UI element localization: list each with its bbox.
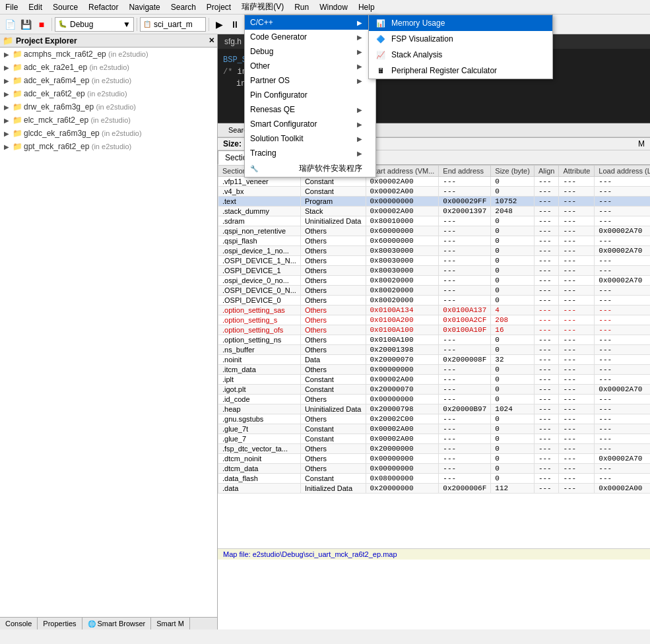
data-table-container[interactable]: Section Group Start address (VM... End a… (218, 165, 650, 548)
menu-window[interactable]: Window (314, 1, 353, 13)
table-cell: --- (439, 375, 491, 385)
stack-analysis-label: Stack Analysis (391, 50, 442, 59)
submenu-memory-usage[interactable]: 📊 Memory Usage (369, 15, 552, 31)
table-row[interactable]: .noinitData0x200000700x2000008F32-------… (218, 355, 651, 365)
table-row[interactable]: .ospi_device_0_no...Others0x80020000---0… (218, 276, 651, 286)
menu-source[interactable]: Source (48, 1, 83, 13)
menu-item-partner-os[interactable]: Partner OS ▶ (245, 73, 375, 88)
table-cell: --- (439, 187, 491, 197)
menu-help[interactable]: Help (353, 1, 380, 13)
table-row[interactable]: .qspi_non_retentiveOthers0x60000000---0-… (218, 226, 651, 236)
tab-smart-browser[interactable]: 🌐Smart Browser (82, 618, 152, 629)
tab-console[interactable]: Console (0, 618, 38, 629)
tree-item-4[interactable]: ▶ 📁 drw_ek_ra6m3g_ep (in e2studio) (0, 100, 217, 113)
tree-item-3[interactable]: ▶ 📁 adc_ek_ra6t2_ep (in e2studio) (0, 87, 217, 100)
file-dropdown[interactable]: 📋 sci_uart_m (140, 17, 206, 32)
table-cell: --- (439, 414, 491, 424)
menu-renesas[interactable]: 瑞萨视图(V) (236, 0, 289, 14)
menu-item-install[interactable]: 🔧 瑞萨软件安装程序 (245, 160, 375, 177)
submenu-stack-analysis[interactable]: 📈 Stack Analysis (369, 47, 552, 63)
debug-dropdown[interactable]: 🐛 Debug ▼ (55, 17, 134, 32)
table-row[interactable]: .textProgram0x000000000x000029FF10752---… (218, 197, 651, 207)
table-row[interactable]: .vfp11_veneerConstant0x00002A00---0-----… (218, 177, 651, 187)
submenu-fsp-viz[interactable]: 🔷 FSP Visualization (369, 31, 552, 47)
col-load[interactable]: Load address (LM... (595, 166, 650, 177)
col-align[interactable]: Align (534, 166, 558, 177)
table-row[interactable]: .option_setting_sOthers0x0100A2000x0100A… (218, 315, 651, 325)
table-cell: Others (300, 444, 366, 454)
table-row[interactable]: .gnu.sgstubsOthers0x20002C00---0--------… (218, 414, 651, 424)
table-row[interactable]: .glue_7tConstant0x00002A00---0--------- (218, 424, 651, 434)
tree-item-2[interactable]: ▶ 📁 adc_ek_ra6m4_ep (in e2studio) (0, 74, 217, 87)
table-cell: 0x00000000 (366, 454, 439, 464)
menu-item-debug[interactable]: Debug ▶ (245, 44, 375, 59)
table-row[interactable]: .OSPI_DEVICE_0_N...Others0x80020000---0-… (218, 286, 651, 296)
menu-item-other[interactable]: Other ▶ (245, 59, 375, 73)
table-row[interactable]: .ipltConstant0x00002A00---0--------- (218, 375, 651, 385)
panel-close-btn[interactable]: ✕ (209, 36, 214, 45)
table-row[interactable]: .dataInitialized Data0x200000000x2000006… (218, 484, 651, 494)
table-row[interactable]: .sdramUninitialized Data0x80010000---0--… (218, 216, 651, 226)
table-cell: Others (300, 464, 366, 474)
save-button[interactable]: 💾 (18, 17, 33, 32)
table-row[interactable]: .dtcm_noinitOthers0x00000000---0------0x… (218, 454, 651, 464)
table-row[interactable]: .glue_7Constant0x00002A00---0--------- (218, 434, 651, 444)
tab-smart-m[interactable]: Smart M (151, 618, 190, 629)
table-row[interactable]: .OSPI_DEVICE_1Others0x80030000---0------… (218, 266, 651, 276)
table-row[interactable]: .OSPI_DEVICE_1_N...Others0x80030000---0-… (218, 256, 651, 266)
menu-navigate[interactable]: Navigate (123, 1, 165, 13)
col-end[interactable]: End address (439, 166, 491, 177)
table-cell: .dtcm_noinit (218, 454, 301, 464)
table-row[interactable]: .v4_bxConstant0x00002A00---0--------- (218, 187, 651, 197)
tree-item-0[interactable]: ▶ 📁 acmphs_mck_ra6t2_ep (in e2studio) (0, 48, 217, 61)
tab-properties[interactable]: Properties (38, 618, 82, 629)
stop-button[interactable]: ■ (34, 17, 49, 32)
menu-refactor[interactable]: Refactor (83, 1, 123, 13)
table-row[interactable]: .igot.pltConstant0x20000070---0------0x0… (218, 385, 651, 395)
debug-arrow: ▶ (357, 48, 362, 55)
separator2 (137, 18, 137, 31)
tree-label: gpt_mck_ra6t2_ep (in e2studio) (24, 142, 131, 151)
table-cell: --- (534, 464, 558, 474)
table-row[interactable]: .option_setting_nsOthers0x0100A100---0--… (218, 335, 651, 345)
table-row[interactable]: .dtcm_dataOthers0x00000000---0--------- (218, 464, 651, 474)
menu-item-pin-conf[interactable]: Pin Configurator (245, 88, 375, 102)
table-cell: --- (534, 345, 558, 355)
table-cell: 0x80030000 (366, 266, 439, 276)
col-start[interactable]: Start address (VM... (366, 166, 439, 177)
toolbar-btn-2[interactable]: ⏸ (228, 17, 242, 32)
menu-run[interactable]: Run (289, 1, 314, 13)
table-row[interactable]: .fsp_dtc_vector_ta...Others0x20000000---… (218, 444, 651, 454)
table-row[interactable]: .heapUninitialized Data0x200007980x20000… (218, 404, 651, 414)
table-row[interactable]: .ns_bufferOthers0x20001398---0--------- (218, 345, 651, 355)
tree-item-5[interactable]: ▶ 📁 elc_mck_ra6t2_ep (in e2studio) (0, 113, 217, 127)
tree-item-7[interactable]: ▶ 📁 gpt_mck_ra6t2_ep (in e2studio) (0, 140, 217, 153)
menu-file[interactable]: File (0, 1, 23, 13)
menu-edit[interactable]: Edit (23, 1, 48, 13)
menu-item-smart-conf[interactable]: Smart Configurator ▶ (245, 117, 375, 131)
table-row[interactable]: .qspi_flashOthers0x60000000---0--------- (218, 236, 651, 246)
menu-item-tracing[interactable]: Tracing ▶ (245, 146, 375, 160)
debug-label: Debug (250, 47, 273, 56)
toolbar-btn-1[interactable]: ▶ (212, 17, 226, 32)
menu-item-solution[interactable]: Solution Toolkit ▶ (245, 131, 375, 146)
menu-item-cpp[interactable]: C/C++ ▶ (245, 15, 375, 30)
col-size[interactable]: Size (byte) (491, 166, 535, 177)
table-row[interactable]: .itcm_dataOthers0x00000000---0--------- (218, 365, 651, 375)
submenu-peripheral-calc[interactable]: 🖩 Peripheral Register Calculator (369, 63, 552, 79)
table-row[interactable]: .id_codeOthers0x00000000---0--------- (218, 395, 651, 404)
table-row[interactable]: .ospi_device_1_no...Others0x80030000---0… (218, 246, 651, 256)
table-row[interactable]: .option_setting_ofsOthers0x0100A1000x010… (218, 325, 651, 335)
table-row[interactable]: .data_flashConstant0x08000000---0-------… (218, 474, 651, 484)
menu-item-code-gen[interactable]: Code Generator ▶ (245, 30, 375, 44)
menu-project[interactable]: Project (201, 1, 236, 13)
menu-item-renesas-qe[interactable]: Renesas QE ▶ (245, 102, 375, 117)
new-button[interactable]: 📄 (3, 17, 17, 32)
col-attr[interactable]: Attribute (559, 166, 595, 177)
tree-item-6[interactable]: ▶ 📁 glcdc_ek_ra6m3g_ep (in e2studio) (0, 127, 217, 140)
table-row[interactable]: .stack_dummyStack0x00002A000x20001397204… (218, 207, 651, 216)
table-row[interactable]: .OSPI_DEVICE_0Others0x80020000---0------… (218, 296, 651, 306)
tree-item-1[interactable]: ▶ 📁 adc_ek_ra2e1_ep (in e2studio) (0, 61, 217, 74)
menu-search[interactable]: Search (166, 1, 201, 13)
table-row[interactable]: .option_setting_sasOthers0x0100A1340x010… (218, 306, 651, 315)
